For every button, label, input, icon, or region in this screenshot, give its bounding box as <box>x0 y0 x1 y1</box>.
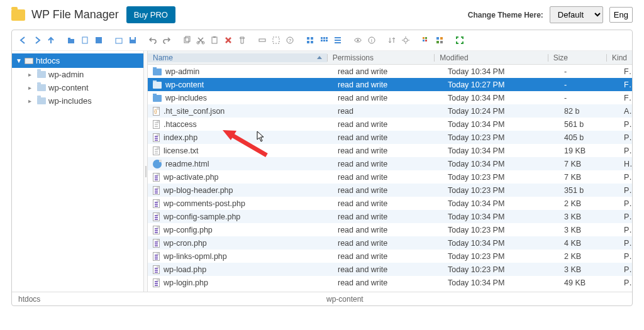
grid-large-button[interactable] <box>304 34 316 47</box>
file-row[interactable]: wp-load.phpread and writeToday 10:23 PM3… <box>148 263 632 276</box>
file-kind: Plair <box>619 120 632 129</box>
file-row[interactable]: wp-comments-post.phpread and writeToday … <box>148 197 632 210</box>
column-kind[interactable]: Kind <box>607 53 632 62</box>
chevron-right-icon: ▸ <box>28 71 35 78</box>
file-row[interactable]: wp-links-opml.phpread and writeToday 10:… <box>148 250 632 263</box>
file-modified: Today 10:34 PM <box>443 212 559 221</box>
apps-button[interactable] <box>419 34 432 47</box>
save-button[interactable] <box>126 34 139 47</box>
svg-rect-25 <box>323 40 325 41</box>
file-row[interactable]: wp-config-sample.phpread and writeToday … <box>148 210 632 223</box>
file-size: 2 KB <box>559 252 619 261</box>
theme-select[interactable]: Default <box>550 6 603 23</box>
tree-item-label: wp-admin <box>48 70 84 79</box>
file-modified: Today 10:34 PM <box>443 239 559 248</box>
file-size: 561 b <box>559 120 619 129</box>
file-row[interactable]: wp-includesread and writeToday 10:34 PM-… <box>148 91 632 104</box>
file-name: readme.html <box>165 160 209 168</box>
tree-root[interactable]: ▼ htdocs <box>12 53 143 68</box>
new-file-button[interactable] <box>79 34 91 47</box>
status-bar: htdocs wp-content <box>12 292 632 305</box>
view-button[interactable] <box>352 34 364 47</box>
tree-item-wp-content[interactable]: ▸wp-content <box>12 81 143 94</box>
file-size: 351 b <box>559 186 619 195</box>
trash-button[interactable] <box>236 34 248 47</box>
file-name: wp-config-sample.php <box>164 212 240 221</box>
delete-button[interactable] <box>222 34 235 47</box>
back-button[interactable] <box>17 34 30 47</box>
file-size: 405 b <box>559 133 619 142</box>
paste-button[interactable] <box>208 34 221 47</box>
svg-rect-11 <box>212 37 217 43</box>
file-permissions: read and write <box>333 212 443 221</box>
cut-button[interactable] <box>194 34 207 47</box>
file-modified: Today 10:34 PM <box>443 146 559 155</box>
select-text-button[interactable] <box>270 34 282 47</box>
svg-rect-34 <box>423 40 425 41</box>
file-row[interactable]: wp-blog-header.phpread and writeToday 10… <box>148 184 632 197</box>
svg-rect-22 <box>323 37 325 39</box>
fullscreen-button[interactable] <box>453 34 466 47</box>
info-button[interactable]: i <box>365 34 378 47</box>
redo-button[interactable] <box>160 34 173 47</box>
svg-point-28 <box>357 40 359 41</box>
sort-button[interactable] <box>386 34 398 47</box>
html-file-icon <box>153 160 162 168</box>
file-row[interactable]: .ht_site_conf.jsonreadToday 10:24 PM82 b… <box>148 104 632 118</box>
help-button[interactable]: ? <box>284 34 296 47</box>
svg-rect-4 <box>116 38 122 43</box>
file-permissions: read and write <box>333 67 443 76</box>
file-kind: PHP <box>619 239 632 248</box>
file-kind: PHP <box>619 265 632 274</box>
json-file-icon <box>153 107 160 116</box>
file-row[interactable]: wp-config.phpread and writeToday 10:23 P… <box>148 223 632 236</box>
copy-button[interactable] <box>180 34 193 47</box>
svg-rect-20 <box>311 41 313 43</box>
list-button[interactable] <box>331 34 344 47</box>
php-file-icon <box>153 186 160 195</box>
forward-button[interactable] <box>31 34 43 47</box>
new-folder-button[interactable] <box>65 34 77 47</box>
file-permissions: read and write <box>333 173 443 182</box>
chevron-down-icon: ▼ <box>16 57 22 64</box>
file-row[interactable]: .htaccessread and writeToday 10:34 PM561… <box>148 118 632 131</box>
file-kind: PHP <box>619 212 632 221</box>
file-row[interactable]: wp-activate.phpread and writeToday 10:23… <box>148 170 632 184</box>
file-row[interactable]: wp-cron.phpread and writeToday 10:34 PM4… <box>148 236 632 250</box>
svg-text:i: i <box>371 38 372 43</box>
tree-item-wp-admin[interactable]: ▸wp-admin <box>12 68 143 81</box>
file-row[interactable]: wp-contentread and writeToday 10:27 PM-F… <box>148 78 632 91</box>
column-name[interactable]: Name <box>148 53 327 62</box>
svg-rect-32 <box>423 37 425 39</box>
apps-2-button[interactable] <box>433 34 446 47</box>
column-size[interactable]: Size <box>548 53 606 62</box>
column-modified[interactable]: Modified <box>435 53 547 62</box>
file-row[interactable]: wp-adminread and writeToday 10:34 PM-Fol… <box>148 65 632 78</box>
svg-rect-14 <box>273 37 279 43</box>
open-button[interactable] <box>113 34 125 47</box>
file-row[interactable]: index.phpread and writeToday 10:23 PM405… <box>148 131 632 144</box>
file-row[interactable]: wp-login.phpread and writeToday 10:34 PM… <box>148 276 632 289</box>
file-size: 82 b <box>559 107 619 116</box>
svg-rect-23 <box>326 37 328 39</box>
save-all-button[interactable] <box>92 34 105 47</box>
language-button[interactable]: Eng <box>609 7 633 23</box>
svg-rect-2 <box>82 37 87 43</box>
file-modified: Today 10:34 PM <box>443 278 559 287</box>
undo-button[interactable] <box>147 34 159 47</box>
buy-pro-button[interactable]: Buy PRO <box>126 6 175 23</box>
settings-button[interactable] <box>399 34 412 47</box>
svg-rect-19 <box>307 41 309 43</box>
svg-rect-17 <box>307 37 309 40</box>
drive-icon <box>25 58 33 64</box>
folder-icon <box>37 97 46 104</box>
file-modified: Today 10:23 PM <box>443 173 559 182</box>
file-row[interactable]: readme.htmlread and writeToday 10:34 PM7… <box>148 157 632 170</box>
tree-item-wp-includes[interactable]: ▸wp-includes <box>12 94 143 107</box>
up-button[interactable] <box>45 34 57 47</box>
rename-button[interactable] <box>256 34 269 47</box>
column-permissions[interactable]: Permissions <box>328 53 435 62</box>
chevron-right-icon: ▸ <box>28 84 35 91</box>
file-row[interactable]: license.txtread and writeToday 10:34 PM1… <box>148 144 632 157</box>
grid-small-button[interactable] <box>318 34 330 47</box>
